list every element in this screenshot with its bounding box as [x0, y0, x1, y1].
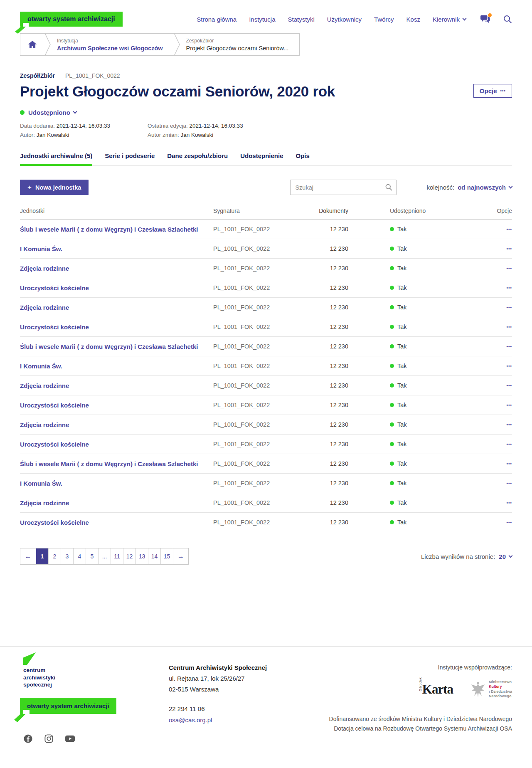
facebook-icon[interactable] [23, 734, 33, 743]
breadcrumb-link[interactable]: Archiwum Społeczne wsi Głogoczów [57, 45, 163, 52]
row-options-button[interactable]: ••• [452, 325, 512, 329]
search-icon [503, 15, 512, 24]
column-header-documents: Dokumenty [296, 207, 348, 214]
breadcrumb-separator-icon [44, 34, 51, 55]
app-logo[interactable]: otwarty system archiwizacji [20, 12, 123, 27]
tab[interactable]: Serie i podeserie [105, 152, 155, 165]
unit-name-link[interactable]: Uroczystości kościelne [20, 284, 213, 291]
unit-name-link[interactable]: Uroczystości kościelne [20, 323, 213, 331]
nav-item[interactable]: Instytucja [249, 16, 275, 23]
ministry-line4: Narodowego [489, 694, 512, 699]
row-options-button[interactable]: ••• [452, 364, 512, 368]
tab[interactable]: Udostępnienie [240, 152, 283, 165]
per-page-dropdown[interactable]: Liczba wyników na stronie: 20 [421, 553, 512, 560]
home-icon [28, 40, 37, 49]
unit-shared-label: Tak [397, 421, 407, 428]
status-dot-icon [390, 462, 394, 466]
search-icon[interactable] [385, 183, 392, 193]
osa-footer-logo[interactable]: otwarty system archiwizacji [20, 698, 116, 714]
tab[interactable]: Opis [296, 152, 310, 165]
pagination-page[interactable]: 13 [135, 548, 148, 564]
new-unit-button[interactable]: + Nowa jednostka [20, 180, 89, 195]
unit-name-link[interactable]: I Komunia Św. [20, 480, 213, 487]
pagination-prev-button[interactable]: ← [20, 548, 36, 564]
row-options-button[interactable]: ••• [452, 344, 512, 349]
unit-name-link[interactable]: Zdjęcia rodzinne [20, 304, 213, 311]
row-options-button[interactable]: ••• [452, 266, 512, 271]
instagram-icon[interactable] [44, 734, 54, 743]
pagination: ← 1 2 3 4 5 ... 11 12 13 14 15 → [20, 548, 189, 565]
row-options-button[interactable]: ••• [452, 227, 512, 232]
notification-dot [488, 13, 492, 17]
unit-name-link[interactable]: I Komunia Św. [20, 363, 213, 370]
status-dot-icon [390, 266, 394, 270]
unit-name-link[interactable]: Zdjęcia rodzinne [20, 499, 213, 506]
pagination-page[interactable]: 4 [73, 548, 86, 564]
row-options-button[interactable]: ••• [452, 247, 512, 251]
youtube-icon[interactable] [65, 734, 75, 743]
unit-name-link[interactable]: Zdjęcia rodzinne [20, 265, 213, 272]
list-toolbar: + Nowa jednostka kolejność: od najnowszy… [20, 180, 512, 195]
unit-name-link[interactable]: Ślub i wesele Marii ( z domu Węgrzyn) i … [20, 343, 213, 350]
user-menu-label: Kierownik [433, 16, 460, 23]
pagination-page[interactable]: 2 [48, 548, 61, 564]
tab[interactable]: Dane zespołu/zbioru [167, 152, 228, 165]
table-row: Ślub i wesele Marii ( z domu Węgrzyn) i … [20, 454, 512, 474]
row-options-button[interactable]: ••• [452, 403, 512, 407]
nav-item[interactable]: Użytkownicy [327, 16, 362, 23]
options-button[interactable]: Opcje ••• [473, 84, 512, 98]
footer: centrum archiwistyki społecznej otwarty … [0, 646, 532, 760]
row-options-button[interactable]: ••• [452, 481, 512, 486]
breadcrumb-current: Projekt Głogoczów oczami Seniorów... [186, 45, 289, 52]
unit-documents-count: 12 230 [296, 519, 348, 526]
breadcrumb-item-institution: Instytucja Archiwum Społeczne wsi Głogoc… [51, 34, 174, 55]
unit-documents-count: 12 230 [296, 226, 348, 232]
status-dot-icon [390, 325, 394, 329]
search-button[interactable] [503, 15, 512, 24]
unit-name-link[interactable]: Uroczystości kościelne [20, 441, 213, 448]
row-options-button[interactable]: ••• [452, 442, 512, 447]
user-menu[interactable]: Kierownik [433, 16, 466, 23]
unit-name-link[interactable]: Uroczystości kościelne [20, 519, 213, 526]
unit-shared-status: Tak [348, 245, 452, 252]
unit-name-link[interactable]: Zdjęcia rodzinne [20, 382, 213, 389]
pagination-page[interactable]: 5 [86, 548, 98, 564]
pagination-page[interactable]: 11 [111, 548, 123, 564]
unit-name-link[interactable]: Uroczystości kościelne [20, 402, 213, 409]
pagination-page[interactable]: 12 [123, 548, 135, 564]
row-options-button[interactable]: ••• [452, 462, 512, 466]
sort-dropdown[interactable]: kolejność: od najnowszych [426, 184, 512, 191]
messages-button[interactable] [480, 15, 490, 24]
row-options-button[interactable]: ••• [452, 286, 512, 290]
pagination-next-button[interactable]: → [173, 548, 188, 564]
footer-address: Centrum Archiwistyki Społecznej ul. Rejt… [169, 652, 267, 724]
nav-item[interactable]: Kosz [406, 16, 420, 23]
unit-name-link[interactable]: Ślub i wesele Marii ( z domu Węgrzyn) i … [20, 226, 213, 233]
unit-documents-count: 12 230 [296, 402, 348, 408]
pagination-page[interactable]: 3 [61, 548, 73, 564]
search-input[interactable] [290, 180, 397, 195]
email-link[interactable]: osa@cas.org.pl [169, 716, 212, 724]
unit-signature: PL_1001_FOK_0022 [213, 363, 296, 369]
pagination-page[interactable]: 14 [148, 548, 160, 564]
row-options-button[interactable]: ••• [452, 501, 512, 505]
row-options-button[interactable]: ••• [452, 383, 512, 388]
row-options-button[interactable]: ••• [452, 520, 512, 525]
unit-shared-label: Tak [397, 441, 407, 447]
breadcrumb-home-button[interactable] [20, 34, 44, 55]
pagination-page[interactable]: 1 [36, 548, 48, 564]
share-status-dropdown[interactable]: Udostępniono [20, 109, 512, 116]
row-options-button[interactable]: ••• [452, 422, 512, 427]
unit-name-link[interactable]: I Komunia Św. [20, 245, 213, 252]
nav-item[interactable]: Twórcy [374, 16, 394, 23]
unit-name-link[interactable]: Ślub i wesele Marii ( z domu Węgrzyn) i … [20, 460, 213, 467]
row-options-button[interactable]: ••• [452, 305, 512, 310]
pagination-page[interactable]: 15 [160, 548, 173, 564]
nav-item[interactable]: Strona główna [197, 16, 236, 23]
unit-signature: PL_1001_FOK_0022 [213, 245, 296, 252]
unit-signature: PL_1001_FOK_0022 [213, 284, 296, 291]
tab[interactable]: Jednostki archiwalne (5) [20, 152, 92, 165]
unit-name-link[interactable]: Zdjęcia rodzinne [20, 421, 213, 428]
nav-item[interactable]: Statystyki [288, 16, 315, 23]
pagination-page[interactable]: ... [98, 548, 111, 564]
